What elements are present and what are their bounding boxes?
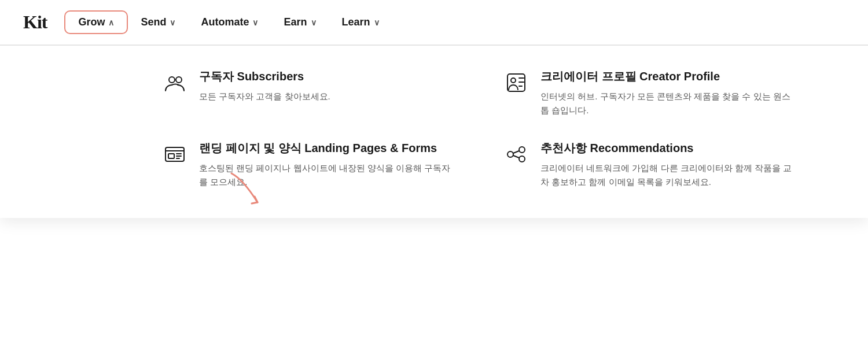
svg-point-7 [519,147,525,153]
arrow-annotation [226,168,272,210]
chevron-down-icon-4: ∨ [374,18,380,27]
svg-point-1 [176,77,182,83]
profile-icon [503,70,529,95]
svg-point-8 [519,156,525,162]
chevron-down-icon: ∨ [170,18,175,27]
nav-earn-label: Earn [284,16,307,28]
subscribers-desc: 모든 구독자와 고객을 찾아보세요. [199,90,457,103]
chevron-up-icon: ∧ [108,18,114,27]
nav-learn-label: Learn [342,16,370,28]
logo[interactable]: Kit [23,12,47,33]
svg-point-6 [507,151,513,157]
chevron-down-icon-2: ∨ [252,18,258,27]
subscribers-title: 구독자 Subscribers [199,69,457,84]
recommendations-icon [503,142,529,167]
nav-automate-label: Automate [201,16,249,28]
svg-point-0 [169,77,175,83]
recommendations-title: 추천사항 Recommendations [540,140,799,155]
nav-item-learn[interactable]: Learn ∨ [329,12,392,33]
nav-item-automate[interactable]: Automate ∨ [188,12,271,33]
svg-point-3 [511,78,516,83]
subscribers-content: 구독자 Subscribers 모든 구독자와 고객을 찾아보세요. [199,69,457,103]
dropdown-item-subscribers[interactable]: 구독자 Subscribers 모든 구독자와 고객을 찾아보세요. [162,69,457,117]
dropdown-item-landing-pages[interactable]: 랜딩 페이지 및 양식 Landing Pages & Forms 호스팅된 랜… [162,140,457,189]
creator-profile-title: 크리에이터 프로필 Creator Profile [540,69,799,84]
chevron-down-icon-3: ∨ [311,18,317,27]
dropdown-item-creator-profile[interactable]: 크리에이터 프로필 Creator Profile 인터넷의 허브. 구독자가 … [503,69,799,117]
subscribers-icon [162,70,187,95]
recommendations-content: 추천사항 Recommendations 크리에이터 네트워크에 가입해 다른 … [540,140,799,189]
nav-item-grow[interactable]: Grow ∧ [64,10,128,34]
creator-profile-content: 크리에이터 프로필 Creator Profile 인터넷의 허브. 구독자가 … [540,69,799,117]
nav-item-send[interactable]: Send ∨ [128,12,188,33]
nav-send-label: Send [141,16,166,28]
nav-grow-label: Grow [78,16,105,28]
navbar: Kit Grow ∧ Send ∨ Automate ∨ Earn ∨ Lear… [0,0,868,45]
nav-items: Grow ∧ Send ∨ Automate ∨ Earn ∨ Learn ∨ [64,10,392,34]
nav-item-earn[interactable]: Earn ∨ [271,12,329,33]
landing-pages-icon [162,142,187,167]
svg-rect-5 [168,154,174,158]
recommendations-desc: 크리에이터 네트워크에 가입해 다른 크리에이터와 함께 작품을 교차 홍보하고… [540,161,799,189]
grow-dropdown: 구독자 Subscribers 모든 구독자와 고객을 찾아보세요. 크리에이터… [0,45,868,218]
creator-profile-desc: 인터넷의 허브. 구독자가 모든 콘텐츠와 제품을 찾을 수 있는 원스톱 숍입… [540,90,799,117]
landing-pages-title: 랜딩 페이지 및 양식 Landing Pages & Forms [199,140,457,155]
dropdown-item-recommendations[interactable]: 추천사항 Recommendations 크리에이터 네트워크에 가입해 다른 … [503,140,799,189]
